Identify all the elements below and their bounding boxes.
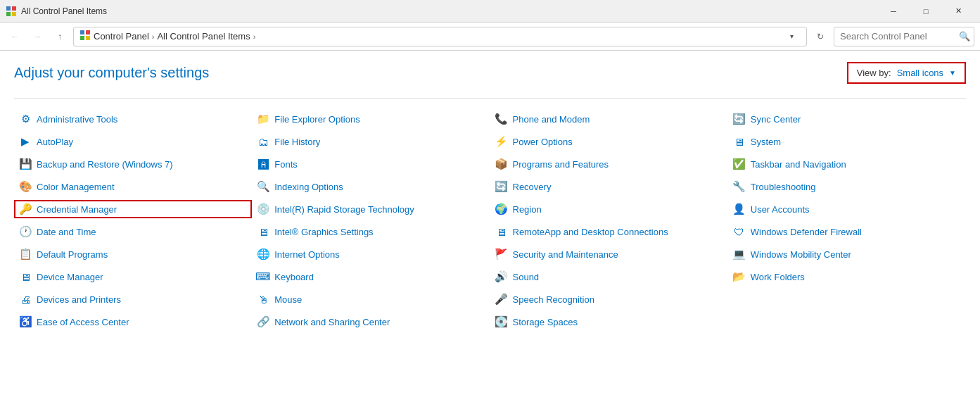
item-icon: ⚡ xyxy=(495,134,509,149)
item-label: Fonts xyxy=(274,159,298,170)
svg-rect-3 xyxy=(12,12,16,16)
list-item[interactable]: 🔄Sync Center xyxy=(728,110,966,128)
list-item[interactable]: ⚡Power Options xyxy=(490,132,728,151)
viewby-value: Small icons xyxy=(897,68,943,78)
item-icon: 📞 xyxy=(495,112,509,126)
titlebar: All Control Panel Items ─ □ ✕ xyxy=(0,0,980,23)
item-label: User Accounts xyxy=(751,204,810,215)
list-item[interactable]: ⚙Administrative Tools xyxy=(14,110,252,128)
item-label: Troubleshooting xyxy=(751,182,816,192)
list-item[interactable]: 🌐Internet Options xyxy=(252,245,490,263)
svg-rect-5 xyxy=(86,30,90,34)
forward-button[interactable]: → xyxy=(28,27,46,46)
list-item[interactable]: 🎤Speech Recognition xyxy=(490,290,728,308)
minimize-button[interactable]: ─ xyxy=(877,0,910,23)
list-item[interactable]: 🔄Recovery xyxy=(490,177,728,196)
list-item[interactable]: 🖥RemoteApp and Desktop Connections xyxy=(490,222,728,241)
item-icon: ⚙ xyxy=(18,112,32,126)
list-item[interactable]: 💾Backup and Restore (Windows 7) xyxy=(14,155,252,173)
item-label: Keyboard xyxy=(274,272,314,282)
breadcrumb[interactable]: Control Panel › All Control Panel Items … xyxy=(73,27,807,46)
svg-rect-6 xyxy=(80,36,84,40)
maximize-button[interactable]: □ xyxy=(910,0,942,23)
item-icon: 🖥 xyxy=(732,134,746,149)
viewby-dropdown[interactable]: View by: Small icons ▼ xyxy=(847,62,966,84)
item-icon: 🌍 xyxy=(495,202,509,216)
list-item[interactable]: 🌍Region xyxy=(490,200,728,218)
list-item[interactable]: ♿Ease of Access Center xyxy=(14,313,252,331)
item-icon: 🔗 xyxy=(256,315,270,329)
list-item[interactable]: 🚩Security and Maintenance xyxy=(490,245,728,263)
list-item[interactable]: 🛡Windows Defender Firewall xyxy=(728,222,966,241)
list-item[interactable]: 🖨Devices and Printers xyxy=(14,290,252,308)
list-item[interactable]: 🖥System xyxy=(728,132,966,151)
list-item[interactable]: ✅Taskbar and Navigation xyxy=(728,155,966,173)
viewby-arrow-icon: ▼ xyxy=(949,69,956,77)
list-item[interactable]: ⌨Keyboard xyxy=(252,268,490,286)
item-label: Security and Maintenance xyxy=(513,249,618,260)
item-icon: 🌐 xyxy=(256,247,270,261)
close-button[interactable]: ✕ xyxy=(942,0,974,23)
back-button[interactable]: ← xyxy=(6,27,24,46)
item-icon: 🖥 xyxy=(495,225,509,239)
main-content: Adjust your computer's settings View by:… xyxy=(0,51,980,342)
list-item[interactable]: ▶AutoPlay xyxy=(14,132,252,151)
header-row: Adjust your computer's settings View by:… xyxy=(14,62,966,84)
list-item[interactable]: 🔗Network and Sharing Center xyxy=(252,313,490,331)
item-icon: 🖥 xyxy=(256,225,270,239)
list-item[interactable]: 🔑Credential Manager xyxy=(14,200,252,218)
list-item[interactable]: 🅰Fonts xyxy=(252,155,490,173)
item-icon: ♿ xyxy=(18,315,32,329)
item-icon: 💽 xyxy=(495,315,509,329)
list-item[interactable]: 🖥Device Manager xyxy=(14,268,252,286)
item-label: Work Folders xyxy=(751,272,805,282)
item-label: Color Management xyxy=(37,182,115,192)
list-item[interactable]: 💿Intel(R) Rapid Storage Technology xyxy=(252,200,490,218)
list-item[interactable]: 📂Work Folders xyxy=(728,268,966,286)
item-icon: ⌨ xyxy=(256,270,270,284)
list-item[interactable]: 📋Default Programs xyxy=(14,245,252,263)
list-item[interactable]: 🔍Indexing Options xyxy=(252,177,490,196)
list-item[interactable]: 📦Programs and Features xyxy=(490,155,728,173)
item-label: RemoteApp and Desktop Connections xyxy=(513,227,668,237)
addressbar: ← → ↑ Control Panel › All Control Panel … xyxy=(0,23,980,51)
viewby-label: View by: xyxy=(857,68,891,78)
item-icon: 🎨 xyxy=(18,180,32,194)
dropdown-button[interactable]: ▾ xyxy=(782,27,801,46)
item-label: Windows Mobility Center xyxy=(751,249,851,260)
item-label: Internet Options xyxy=(274,249,340,260)
item-icon: 💾 xyxy=(18,157,32,171)
item-icon: 👤 xyxy=(732,202,746,216)
list-item[interactable]: 💻Windows Mobility Center xyxy=(728,245,966,263)
list-item[interactable]: 🖥Intel® Graphics Settings xyxy=(252,222,490,241)
list-item[interactable]: 👤User Accounts xyxy=(728,200,966,218)
list-item[interactable]: 🔧Troubleshooting xyxy=(728,177,966,196)
titlebar-controls: ─ □ ✕ xyxy=(877,0,974,23)
titlebar-app-icon xyxy=(6,6,17,17)
item-label: Devices and Printers xyxy=(37,294,121,305)
list-item[interactable]: 📁File Explorer Options xyxy=(252,110,490,128)
list-item[interactable]: 🎨Color Management xyxy=(14,177,252,196)
breadcrumb-all[interactable]: All Control Panel Items xyxy=(157,31,250,42)
item-label: Windows Defender Firewall xyxy=(751,227,862,237)
search-input[interactable] xyxy=(834,27,974,46)
list-item[interactable]: 🕐Date and Time xyxy=(14,222,252,241)
breadcrumb-cp[interactable]: Control Panel xyxy=(94,31,149,42)
item-label: Speech Recognition xyxy=(513,294,594,305)
item-label: Storage Spaces xyxy=(513,317,578,327)
up-button[interactable]: ↑ xyxy=(51,27,69,46)
item-label: File Explorer Options xyxy=(274,114,359,125)
breadcrumb-sep2: › xyxy=(253,32,256,41)
list-item[interactable]: 🗂File History xyxy=(252,132,490,151)
breadcrumb-sep1: › xyxy=(152,32,155,41)
list-item[interactable]: 🖱Mouse xyxy=(252,290,490,308)
item-icon: 🔄 xyxy=(732,112,746,126)
list-item[interactable]: 📞Phone and Modem xyxy=(490,110,728,128)
item-label: Power Options xyxy=(513,137,573,147)
item-label: Phone and Modem xyxy=(513,114,590,125)
item-icon: 🔍 xyxy=(256,180,270,194)
list-item[interactable]: 💽Storage Spaces xyxy=(490,313,728,331)
refresh-button[interactable]: ↻ xyxy=(811,27,829,46)
svg-rect-0 xyxy=(6,6,11,11)
list-item[interactable]: 🔊Sound xyxy=(490,268,728,286)
